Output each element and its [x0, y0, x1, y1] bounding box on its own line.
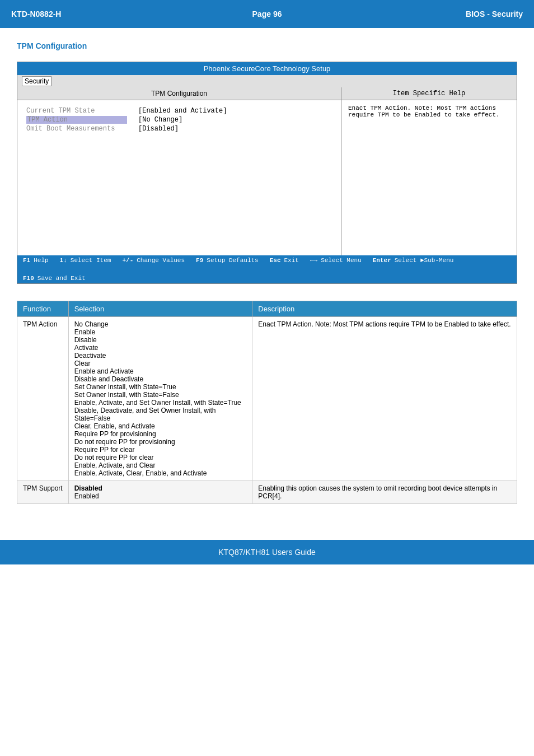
bios-row-omit-boot: Omit Boot Measurements [Disabled] — [26, 125, 332, 133]
bios-key-f9: F9 — [196, 257, 203, 264]
bios-desc-select-item: Select Item — [71, 257, 111, 264]
bios-footer-arrows: 1↓ Select Item — [60, 257, 111, 264]
cell-description: Enabling this option causes the system t… — [252, 481, 517, 504]
selection-option: Disable, Deactivate, and Set Owner Insta… — [74, 407, 216, 422]
selection-option: Set Owner Install, with State=False — [74, 391, 179, 399]
bios-desc-setup-defaults: Setup Defaults — [207, 257, 258, 264]
selection-option: Enable, Activate, and Set Owner Install,… — [74, 399, 241, 407]
selection-option: Enable and Activate — [74, 367, 134, 375]
bios-left-title: TPM Configuration — [17, 87, 341, 100]
col-header-description: Description — [252, 301, 517, 317]
selection-option: Disable and Deactivate — [74, 375, 143, 383]
selection-option: Clear, Enable, and Activate — [74, 422, 155, 430]
bios-footer-f9: F9 Setup Defaults — [196, 257, 259, 264]
bios-right-title: Item Specific Help — [341, 87, 517, 100]
bios-key-enter: Enter — [373, 257, 391, 264]
selection-option: Activate — [74, 344, 99, 352]
bios-key-f10: F10 — [23, 275, 34, 282]
table-row: TPM ActionNo ChangeEnableDisableActivate… — [17, 317, 517, 481]
bios-footer-f10: F10 Save and Exit — [23, 275, 86, 282]
tpm-table: Function Selection Description TPM Actio… — [17, 301, 517, 504]
bios-footer-enter: Enter Select ►Sub-Menu — [373, 257, 454, 264]
bios-key-arrows: 1↓ — [60, 257, 67, 264]
selection-option: Enabled — [74, 492, 99, 500]
bios-title-bar: Phoenix SecureCore Technology Setup — [17, 62, 517, 75]
selection-option: Do not require PP for clear — [74, 454, 154, 461]
selection-option: Do not require PP for provisioning — [74, 438, 175, 446]
bios-desc-change-values: Change Values — [137, 257, 185, 264]
header-doc-id: KTD-N0882-H — [11, 10, 182, 18]
cell-selection: DisabledEnabled — [68, 481, 252, 504]
bios-value-current-tpm: [Enabled and Activate] — [138, 107, 227, 115]
bios-footer-leftright: ←→ Select Menu — [310, 257, 362, 264]
bios-desc-select-submenu: Select ►Sub-Menu — [395, 257, 454, 264]
bios-menu-security[interactable]: Security — [22, 76, 51, 86]
bios-main-area: TPM Configuration Current TPM State [Ena… — [17, 87, 517, 255]
selection-option: Enable, Activate, and Clear — [74, 461, 156, 469]
bios-footer-esc: Esc Exit — [270, 257, 299, 264]
cell-function: TPM Support — [17, 481, 69, 504]
bios-desc-select-menu: Select Menu — [321, 257, 362, 264]
col-header-function: Function — [17, 301, 69, 317]
bios-key-esc: Esc — [270, 257, 281, 264]
header-section: BIOS - Security — [352, 10, 523, 18]
bios-row-tpm-action: TPM Action [No Change] — [26, 116, 332, 124]
bios-key-plusminus: +/- — [122, 257, 133, 264]
header-page: Page 96 — [182, 10, 353, 18]
selection-option: Enable, Activate, Clear, Enable, and Act… — [74, 469, 207, 477]
bios-right-panel: Item Specific Help Enact TPM Action. Not… — [341, 87, 517, 255]
cell-function: TPM Action — [17, 317, 69, 481]
bios-footer-f1: F1 Help — [23, 257, 49, 264]
cell-description: Enact TPM Action. Note: Most TPM actions… — [252, 317, 517, 481]
table-header-row: Function Selection Description — [17, 301, 517, 317]
bios-value-tpm-action: [No Change] — [138, 116, 182, 124]
bios-desc-save-exit: Save and Exit — [38, 275, 86, 282]
bios-label-tpm-action: TPM Action — [26, 116, 127, 124]
bios-desc-exit: Exit — [284, 257, 299, 264]
cell-selection: No ChangeEnableDisableActivateDeactivate… — [68, 317, 252, 481]
selection-option: Enable — [74, 328, 95, 336]
selection-option: Require PP for clear — [74, 446, 135, 454]
table-row: TPM SupportDisabledEnabledEnabling this … — [17, 481, 517, 504]
main-content: TPM Configuration Phoenix SecureCore Tec… — [0, 28, 534, 517]
bios-row-current-tpm: Current TPM State [Enabled and Activate] — [26, 107, 332, 115]
selection-option: No Change — [74, 320, 109, 328]
bios-help-text: Enact TPM Action. Note: Most TPM actions… — [348, 105, 510, 118]
bios-label-current-tpm: Current TPM State — [26, 107, 127, 115]
bios-desc-help: Help — [34, 257, 48, 264]
bios-key-f1: F1 — [23, 257, 30, 264]
bios-label-omit-boot: Omit Boot Measurements — [26, 125, 127, 133]
bios-menu-bar: Security — [17, 75, 517, 87]
bios-footer: F1 Help 1↓ Select Item +/- Change Values… — [17, 255, 517, 283]
selection-option: Clear — [74, 360, 91, 367]
page-header: KTD-N0882-H Page 96 BIOS - Security — [0, 0, 534, 28]
bios-value-omit-boot: [Disabled] — [138, 125, 179, 133]
selection-option: Set Owner Install, with State=True — [74, 383, 176, 391]
footer-text: KTQ87/KTH81 Users Guide — [218, 548, 316, 557]
selection-option: Disabled — [74, 484, 102, 492]
bios-footer-plusminus: +/- Change Values — [122, 257, 185, 264]
bios-left-panel: TPM Configuration Current TPM State [Ena… — [17, 87, 341, 255]
selection-option: Disable — [74, 336, 97, 344]
bios-key-leftright: ←→ — [310, 257, 317, 264]
bios-screenshot: Phoenix SecureCore Technology Setup Secu… — [17, 62, 517, 284]
bios-left-content: Current TPM State [Enabled and Activate]… — [17, 100, 341, 141]
col-header-selection: Selection — [68, 301, 252, 317]
selection-option: Require PP for provisioning — [74, 430, 156, 438]
section-title: TPM Configuration — [17, 41, 517, 50]
page-footer: KTQ87/KTH81 Users Guide — [0, 540, 534, 564]
selection-option: Deactivate — [74, 352, 106, 360]
